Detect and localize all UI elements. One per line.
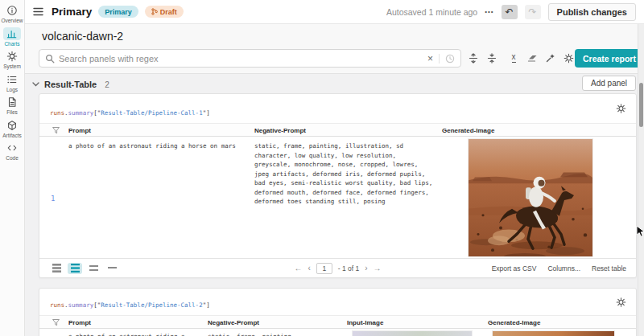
table-header-row: Prompt Negative-Prompt Generated-Image xyxy=(39,124,636,137)
sidebar-label: Code xyxy=(6,155,19,161)
section-title[interactable]: Result-Table xyxy=(44,80,97,89)
panel-search[interactable]: × xyxy=(39,49,461,68)
expand-panels-icon[interactable] xyxy=(466,51,481,65)
expr-bracket: [" xyxy=(93,109,101,117)
row-index[interactable]: 1 xyxy=(51,195,55,203)
cell-negative-prompt[interactable]: static, frame, painting, xyxy=(208,332,341,336)
undo-icon: ↶ xyxy=(506,7,514,17)
collapse-panels-icon[interactable] xyxy=(485,51,499,65)
column-header-prompt[interactable]: Prompt xyxy=(68,319,91,326)
section-panel-count: 2 xyxy=(105,80,109,89)
expr-key: Result-Table/Pipeline-Call-2 xyxy=(101,301,202,309)
redo-icon: ↷ xyxy=(529,7,537,17)
table-panel-pipeline-call-1: runs.summary["Result-Table/Pipeline-Call… xyxy=(39,93,637,278)
sidebar-item-system[interactable]: System xyxy=(0,50,25,69)
bar-chart-icon xyxy=(3,27,21,40)
cell-prompt[interactable]: a photo of an astronaut riding a horse o… xyxy=(68,141,258,151)
publish-changes-button[interactable]: Publish changes xyxy=(548,3,636,21)
row-height-medium-icon[interactable] xyxy=(68,263,82,274)
sidebar-label: Charts xyxy=(4,41,19,47)
chevron-down-icon[interactable] xyxy=(32,82,39,87)
workspace-topbar: Primary Primary Draft Autosaved 1 minute… xyxy=(25,0,644,24)
expr-key: Result-Table/Pipeline-Call-1 xyxy=(101,109,202,117)
next-page-icon[interactable]: › xyxy=(365,264,367,272)
sidebar-label: Files xyxy=(6,109,18,115)
row-height-tall-icon[interactable] xyxy=(49,263,64,274)
filter-funnel-icon[interactable] xyxy=(52,319,60,326)
gear-icon xyxy=(3,50,21,63)
expr-object: runs xyxy=(50,109,64,117)
expr-bracket: "] xyxy=(203,109,210,117)
smoothing-icon[interactable] xyxy=(525,51,539,65)
section-header: Result-Table 2 Add panel xyxy=(25,76,637,93)
page-number-input[interactable] xyxy=(316,263,332,274)
list-icon xyxy=(3,73,21,86)
expr-object: runs xyxy=(50,301,64,309)
column-header-negative-prompt[interactable]: Negative-Prompt xyxy=(208,319,259,326)
cell-prompt[interactable]: a photo of an astronaut riding a xyxy=(68,332,197,336)
sidebar-label: Artifacts xyxy=(2,133,21,138)
column-header-prompt[interactable]: Prompt xyxy=(68,127,91,134)
prev-page-icon[interactable]: ‹ xyxy=(308,264,310,272)
column-header-generated-image[interactable]: Generated-Image xyxy=(488,319,540,326)
row-height-short-icon[interactable] xyxy=(86,263,101,274)
table-actions: Export as CSV Columns... Reset table xyxy=(492,264,626,272)
run-name: volcanic-dawn-2 xyxy=(42,30,123,43)
reset-table-link[interactable]: Reset table xyxy=(592,264,626,272)
create-report-button[interactable]: Create report xyxy=(575,49,644,68)
column-header-negative-prompt[interactable]: Negative-Prompt xyxy=(254,127,306,134)
sidebar-item-artifacts[interactable]: Artifacts xyxy=(0,119,25,138)
column-header-generated-image[interactable]: Generated-Image xyxy=(442,127,494,134)
column-header-input-image[interactable]: Input-Image xyxy=(347,319,383,326)
table-header-row: Prompt Negative-Prompt Input-Image Gener… xyxy=(39,316,636,329)
search-input[interactable] xyxy=(59,54,423,64)
primary-badge[interactable]: Primary xyxy=(98,6,138,18)
add-panel-button[interactable]: Add panel xyxy=(582,76,636,91)
row-height-single-icon[interactable] xyxy=(105,263,119,274)
x-axis-icon[interactable]: x xyxy=(506,51,521,65)
outliers-sparkle-icon[interactable] xyxy=(543,51,558,65)
panel-expression-bar: runs.summary["Result-Table/Pipeline-Call… xyxy=(39,94,636,124)
expr-bracket: "] xyxy=(203,301,210,309)
cell-negative-prompt[interactable]: static, frame, painting, illustration, s… xyxy=(254,141,435,207)
clear-search-icon[interactable]: × xyxy=(423,53,437,64)
table-row: a photo of an astronaut riding a static,… xyxy=(39,329,636,336)
menu-hamburger-icon[interactable] xyxy=(33,7,43,16)
sidebar-label: System xyxy=(3,64,21,69)
workspace-settings-gear-icon[interactable] xyxy=(561,51,576,65)
row-height-controls xyxy=(49,263,119,274)
sidebar-item-charts[interactable]: Charts xyxy=(0,27,25,47)
more-options-icon[interactable]: ••• xyxy=(485,8,493,15)
generated-image-astronaut-horse-mars[interactable] xyxy=(468,138,593,257)
redo-button[interactable]: ↷ xyxy=(525,5,541,19)
draft-badge[interactable]: Draft xyxy=(145,6,184,18)
sidebar-item-overview[interactable]: Overview xyxy=(0,4,25,23)
export-csv-link[interactable]: Export as CSV xyxy=(492,264,537,272)
vertical-scrollbar-thumb[interactable] xyxy=(639,83,643,127)
document-icon xyxy=(3,96,21,109)
draft-badge-label: Draft xyxy=(160,8,177,16)
panel-settings-gear-icon[interactable] xyxy=(616,297,626,307)
sidebar-item-code[interactable]: Code xyxy=(0,141,25,161)
workspace-content: volcanic-dawn-2 × x Create report xyxy=(25,24,644,336)
sidebar-item-logs[interactable]: Logs xyxy=(0,73,25,92)
vertical-scrollbar-track[interactable] xyxy=(638,24,644,336)
box-icon xyxy=(3,119,21,132)
autosave-status: Autosaved 1 minute ago xyxy=(386,7,477,17)
table-footer: ← ‹ - 1 of 1 › → Export as CSV Columns..… xyxy=(39,258,636,277)
x-axis-glyph: x xyxy=(512,53,516,63)
workspace-title: Primary xyxy=(52,6,92,18)
first-page-icon[interactable]: ← xyxy=(294,264,302,272)
columns-link[interactable]: Columns... xyxy=(547,264,580,272)
table-panel-pipeline-call-2: runs.summary["Result-Table/Pipeline-Call… xyxy=(39,288,637,336)
sidebar-item-files[interactable]: Files xyxy=(0,96,25,115)
input-image-thumbnail[interactable] xyxy=(352,330,473,336)
search-history-icon[interactable] xyxy=(439,54,455,64)
filter-funnel-icon[interactable] xyxy=(52,127,60,134)
undo-button[interactable]: ↶ xyxy=(502,5,518,19)
panel-settings-gear-icon[interactable] xyxy=(616,104,626,114)
sidebar-label: Logs xyxy=(6,87,18,92)
expr-property: summary xyxy=(68,301,94,309)
generated-image-thumbnail[interactable] xyxy=(492,330,615,336)
last-page-icon[interactable]: → xyxy=(374,264,382,272)
